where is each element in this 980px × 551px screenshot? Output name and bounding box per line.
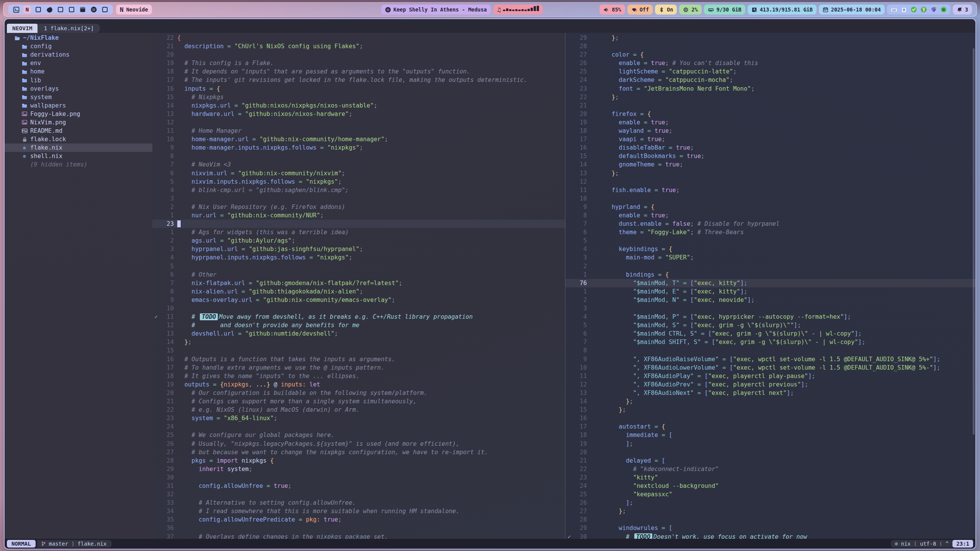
code-line[interactable]: 22 };: [565, 93, 975, 101]
workspace-spotify-icon[interactable]: [90, 6, 98, 13]
code-line[interactable]: 20 firefox = {: [565, 110, 975, 118]
code-line[interactable]: 19 enable = true;: [565, 118, 975, 127]
code-line[interactable]: 14 };: [565, 397, 975, 406]
code-line[interactable]: 16 inputs = {: [152, 85, 565, 93]
code-line[interactable]: 21: [565, 101, 975, 110]
code-line[interactable]: 16 # Outputs is a function that takes th…: [152, 355, 565, 364]
code-line[interactable]: 26 ];: [565, 499, 975, 507]
code-line[interactable]: 23: [152, 220, 565, 228]
code-line[interactable]: 4 keybindings = {: [565, 245, 975, 253]
code-line[interactable]: 17 vaapi = true;: [565, 135, 975, 143]
code-line[interactable]: 13 };: [565, 169, 975, 178]
code-line[interactable]: 21 # Configs can support more than a sin…: [152, 397, 565, 406]
code-line[interactable]: 9 home-manager.inputs.nixpkgs.follows = …: [152, 143, 565, 152]
code-line[interactable]: 29 inherit system;: [152, 465, 565, 473]
code-line[interactable]: ✓30 # TODODoesn't work, use focus_on_act…: [565, 533, 975, 539]
code-line[interactable]: ✓11 # TODOMove away from devshell, as it…: [152, 313, 565, 321]
code-line[interactable]: 3: [565, 304, 975, 313]
code-line[interactable]: 6 theme = "Foggy-Lake"; # Three-Bears: [565, 228, 975, 236]
code-line[interactable]: 17 # The inputs' git revisions get locke…: [152, 76, 565, 84]
code-line[interactable]: 23 font = "JetBrainsMono Nerd Font Mono"…: [565, 85, 975, 93]
tab-neovim[interactable]: NEOVIM: [7, 24, 38, 33]
tree-item-nixflake[interactable]: ~/NixFlake: [5, 34, 152, 42]
workspace-kitty-icon[interactable]: [79, 6, 87, 13]
code-line[interactable]: 20: [152, 51, 565, 59]
code-line[interactable]: 29 windowrules = [: [565, 524, 975, 532]
memory-pill[interactable]: 9/30 GiB: [704, 5, 745, 15]
code-line[interactable]: 7 # NeoVim <3: [152, 160, 565, 169]
tree-item-env[interactable]: env: [5, 59, 152, 67]
editor-pane-left[interactable]: 22{21 description = "ChUrl's NixOS confi…: [152, 33, 565, 539]
tree-item-flake.lock[interactable]: flake.lock: [5, 135, 152, 143]
workspace-empty[interactable]: [101, 6, 109, 13]
code-line[interactable]: 7 nix-flatpak.url = "github:gmodena/nix-…: [152, 279, 565, 287]
code-line[interactable]: 12: [565, 178, 975, 186]
code-line[interactable]: 9 ", XF86AudioRaiseVolume" = ["exec, wpc…: [565, 355, 975, 364]
code-line[interactable]: 26 # Usually, "nixpkgs.legacyPackages.${…: [152, 440, 565, 448]
code-line[interactable]: 4 # blink-cmp.url = "github:saghen/blink…: [152, 186, 565, 194]
spotify-tray-icon[interactable]: [941, 7, 947, 13]
workspace-empty[interactable]: [68, 6, 75, 13]
wifi-pill[interactable]: Off: [627, 5, 653, 15]
code-line[interactable]: 16 disableTabBar = true;: [565, 143, 975, 152]
code-line[interactable]: 17 autostart = {: [565, 422, 975, 431]
tree-item-home[interactable]: home: [5, 67, 152, 76]
code-line[interactable]: 8 enable = true;: [565, 211, 975, 220]
code-line[interactable]: 1 "$mainMod, E" = ["exec, kitty"];: [565, 287, 975, 296]
code-line[interactable]: 29 };: [565, 34, 975, 42]
clock-pill[interactable]: 2025-06-18 00:04: [819, 5, 885, 15]
disk-pill[interactable]: 413.19/915.81 GiB: [748, 5, 817, 15]
code-line[interactable]: 18 wayland = true;: [565, 127, 975, 135]
workspace-empty[interactable]: [57, 6, 64, 13]
code-line[interactable]: 5: [565, 236, 975, 245]
workspace-neovide-active[interactable]: N: [23, 6, 31, 13]
code-line[interactable]: 5 "$mainMod, S" = ["exec, grim -g \"$(sl…: [565, 321, 975, 329]
code-line[interactable]: 13 devshell.url = "github:numtide/devshe…: [152, 329, 565, 338]
tab-buffer-flake-nix[interactable]: 1 flake.nix[2+]: [38, 24, 100, 33]
code-line[interactable]: 6 nixvim.url = "github:nix-community/nix…: [152, 169, 565, 178]
code-line[interactable]: 15 # Nixpkgs: [152, 93, 565, 101]
code-line[interactable]: 23 "kitty": [565, 473, 975, 482]
workspace-firefox-icon[interactable]: [46, 6, 53, 13]
code-line[interactable]: 28: [565, 42, 975, 51]
code-line[interactable]: 28 pkgs = import nixpkgs {: [152, 456, 565, 465]
code-line[interactable]: 3: [152, 194, 565, 203]
code-line[interactable]: 33 # Alternative to setting config.allow…: [152, 499, 565, 507]
code-line[interactable]: 20: [565, 448, 975, 456]
code-line[interactable]: 9 emacs-overlay.url = "github:nix-commun…: [152, 296, 565, 304]
code-line[interactable]: 18 # It gives the name "inputs" to the .…: [152, 372, 565, 380]
code-line[interactable]: 35 config.allowUnfreePredicate = pkg: tr…: [152, 515, 565, 524]
bluetooth-pill[interactable]: On: [655, 5, 677, 15]
code-line[interactable]: 76 "$mainMod, T" = ["exec, kitty"];: [565, 279, 975, 287]
code-line[interactable]: 24 "nextcloud --background": [565, 482, 975, 490]
code-line[interactable]: 5 nixvim.inputs.nixpkgs.follows = "nixpk…: [152, 178, 565, 186]
code-line[interactable]: 15 defaultBookmarks = true;: [565, 152, 975, 160]
notifications-pill[interactable]: 3: [953, 5, 972, 15]
audio-visualizer-pill[interactable]: ♫: [493, 5, 543, 15]
code-line[interactable]: 21 description = "ChUrl's NixOS config u…: [152, 42, 565, 51]
tree-item-flake.nix[interactable]: ❄flake.nix: [5, 143, 152, 152]
code-line[interactable]: 10 ", XF86AudioLowerVolume" = ["exec, wp…: [565, 364, 975, 372]
code-line[interactable]: 24 darkScheme = "catppuccin-mocha";: [565, 76, 975, 84]
code-line[interactable]: 21 delayed = [: [565, 456, 975, 465]
code-line[interactable]: 2 ags.url = "github:Aylur/ags";: [152, 236, 565, 245]
code-line[interactable]: 13 hardware.url = "github:nixos/nixos-ha…: [152, 110, 565, 118]
code-line[interactable]: 37 # Overlays define changes in the nixp…: [152, 533, 565, 539]
tree-item-shell.nix[interactable]: ❄shell.nix: [5, 152, 152, 160]
code-line[interactable]: 15 };: [565, 406, 975, 414]
code-line[interactable]: 25 "keepassxc": [565, 490, 975, 499]
code-line[interactable]: 2: [565, 262, 975, 271]
code-line[interactable]: 18 immediate = [: [565, 431, 975, 439]
code-line[interactable]: 6 "$mainMod CTRL, S" = ["exec, grim -g \…: [565, 329, 975, 338]
code-line[interactable]: 1 bindings = {: [565, 271, 975, 279]
code-line[interactable]: 16: [565, 414, 975, 422]
cpu-pill[interactable]: 2%: [679, 5, 701, 15]
code-line[interactable]: 1 nur.url = "github:nix-community/NUR";: [152, 211, 565, 220]
scrollbar[interactable]: [973, 48, 975, 435]
code-line[interactable]: 19 outputs = {nixpkgs, ...} @ inputs: le…: [152, 380, 565, 389]
code-line[interactable]: 30: [152, 473, 565, 482]
code-line[interactable]: 9 hyprland = {: [565, 203, 975, 211]
now-playing-pill[interactable]: Keep Shelly In Athens - Medusa: [381, 5, 491, 15]
tree-item-wallpapers[interactable]: wallpapers: [5, 101, 152, 110]
code-line[interactable]: 19 # This config is a Flake.: [152, 59, 565, 67]
